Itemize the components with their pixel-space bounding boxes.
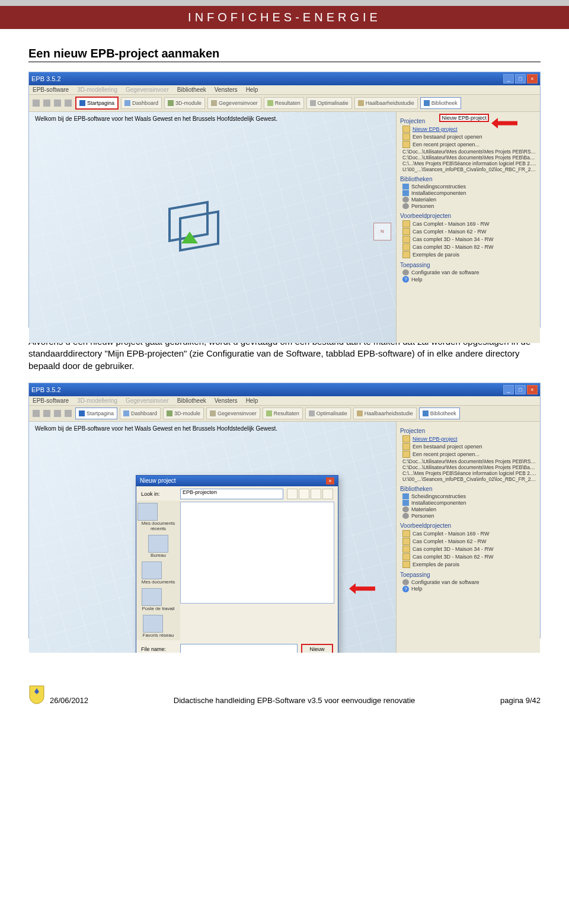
menu-epb-software[interactable]: EPB-software (33, 86, 69, 93)
sidebar-item[interactable]: Cas Complet - Maison 62 - RW (402, 228, 536, 235)
place-item[interactable]: Bureau (148, 535, 168, 558)
undo-icon[interactable] (33, 100, 40, 107)
new-folder-icon[interactable] (299, 489, 309, 499)
sidebar-item-label: Help (411, 586, 423, 592)
toolbar-optimalisatie[interactable]: Optimalisatie (305, 408, 351, 419)
sidebar-item-config[interactable]: Configuratie van de software (402, 270, 536, 275)
app-body: Welkom bij de EPB-software voor het Waal… (29, 112, 540, 343)
new-button[interactable]: Nieuw (301, 644, 333, 653)
filename-input[interactable] (180, 644, 298, 653)
sidebar-item-label: Installatiecomponenten (411, 190, 466, 196)
paste-icon[interactable] (65, 100, 72, 107)
toolbar-resultaten[interactable]: Resultaten (264, 97, 304, 109)
folder-icon (402, 243, 410, 251)
menu-vensters[interactable]: Vensters (215, 86, 238, 93)
toolbar-startpagina[interactable]: Startpagina (75, 97, 119, 110)
window-close-button[interactable]: × (527, 385, 538, 394)
cut-icon[interactable] (54, 100, 61, 107)
sidebar-item[interactable]: Materialen (402, 506, 536, 512)
sidebar-item-config[interactable]: Configuratie van de software (402, 579, 536, 585)
place-label: Mes documents (142, 579, 175, 585)
recent-path[interactable]: U:\00_...\Seances_infoPEB_Civa\info_02\l… (402, 476, 536, 482)
sidebar-item-help[interactable]: ?Help (402, 586, 536, 592)
recent-path[interactable]: C:\Doc...\Utilisateur\Mes documents\Mes … (402, 149, 536, 155)
sidebar-item[interactable]: Cas Complet - Maison 169 - RW (402, 530, 536, 537)
sidebar-item[interactable]: Scheidingsconstructies (402, 184, 536, 190)
menu-bibliotheek[interactable]: Bibliotheek (177, 397, 206, 404)
sidebar-item-nieuw-project[interactable]: Nieuw EPB-project (402, 435, 536, 442)
recent-path[interactable]: U:\00_...\Seances_infoPEB_Civa\info_02\l… (402, 166, 536, 172)
cut-icon[interactable] (54, 410, 61, 417)
sidebar-item[interactable]: Cas complet 3D - Maison 82 - RW (402, 553, 536, 560)
place-item[interactable]: Favoris réseau (143, 615, 174, 638)
redo-icon[interactable] (43, 100, 50, 107)
menu-bibliotheek[interactable]: Bibliotheek (177, 86, 206, 93)
menu-help[interactable]: Help (246, 397, 258, 404)
toolbar-resultaten[interactable]: Resultaten (263, 408, 303, 419)
sidebar-item[interactable]: Cas complet 3D - Maison 34 - RW (402, 546, 536, 553)
toolbar-dashboard[interactable]: Dashboard (121, 97, 162, 109)
sidebar-item[interactable]: Materialen (402, 197, 536, 203)
dialog-close-button[interactable]: × (326, 477, 334, 485)
undo-icon[interactable] (33, 410, 40, 417)
window-maximize-button[interactable]: □ (515, 385, 526, 394)
window-maximize-button[interactable]: □ (515, 74, 526, 84)
place-item[interactable]: Poste de travail (142, 588, 174, 611)
sidebar-item[interactable]: Scheidingsconstructies (402, 493, 536, 499)
sidebar-item[interactable]: Installatiecomponenten (402, 190, 536, 196)
sidebar-item-bestaand-project[interactable]: Een bestaand project openen (402, 443, 536, 450)
window-minimize-button[interactable]: _ (503, 74, 514, 84)
redo-icon[interactable] (43, 410, 50, 417)
view-list-icon[interactable] (311, 489, 321, 499)
recent-path[interactable]: C:\Doc...\Utilisateur\Mes documents\Mes … (402, 155, 536, 161)
sidebar-item-nieuw-project[interactable]: Nieuw EPB-project (402, 126, 536, 133)
sidebar-item[interactable]: Personen (402, 513, 536, 519)
up-folder-icon[interactable] (287, 489, 298, 499)
toolbar-bibliotheek[interactable]: Bibliotheek (419, 408, 460, 419)
toolbar-dashboard[interactable]: Dashboard (120, 408, 161, 419)
lookin-select[interactable]: EPB-projecten (180, 489, 283, 499)
window-minimize-button[interactable]: _ (503, 385, 514, 394)
toolbar-haalbaarheidsstudie[interactable]: Haalbaarheidsstudie (354, 97, 418, 109)
sidebar-group-toepassing: Toepassing (400, 572, 536, 578)
sidebar-item[interactable]: Cas Complet - Maison 169 - RW (402, 220, 536, 227)
sidebar-item-label: Een recent project openen... (413, 142, 480, 147)
sidebar-item[interactable]: Cas complet 3D - Maison 82 - RW (402, 243, 536, 251)
sidebar-item[interactable]: Cas complet 3D - Maison 34 - RW (402, 236, 536, 243)
sidebar-item[interactable]: Cas Complet - Maison 62 - RW (402, 538, 536, 545)
sidebar-item[interactable]: Personen (402, 203, 536, 209)
window-close-button[interactable]: × (527, 74, 538, 84)
toolbar-3d-module[interactable]: 3D-module (164, 97, 205, 109)
results-icon (266, 410, 272, 416)
recent-path[interactable]: C:\...\Mes Projets PEB\Séance informatio… (402, 470, 536, 476)
place-item[interactable]: Mes documents récents (138, 503, 179, 531)
toolbar-gegevensinvoer[interactable]: Gegevensinvoer (207, 97, 261, 109)
sidebar-item[interactable]: Exemples de parois (402, 561, 536, 568)
menu-epb-software[interactable]: EPB-software (33, 397, 69, 404)
sidebar-item[interactable]: Installatiecomponenten (402, 500, 536, 506)
place-label: Mes documents récents (142, 521, 175, 531)
toolbar-optimalisatie[interactable]: Optimalisatie (306, 97, 352, 109)
menu-vensters[interactable]: Vensters (215, 397, 238, 404)
toolbar-3d-module[interactable]: 3D-module (163, 408, 204, 419)
recent-path[interactable]: C:\...\Mes Projets PEB\Séance informatio… (402, 161, 536, 166)
compass-icon: N (373, 223, 391, 240)
place-item[interactable]: Mes documents (142, 562, 175, 585)
toolbar-bibliotheek[interactable]: Bibliotheek (420, 97, 461, 109)
sidebar-item-recent-project[interactable]: Een recent project openen... (402, 451, 536, 458)
toolbar-haalbaarheidsstudie[interactable]: Haalbaarheidsstudie (353, 408, 417, 419)
folder-icon (402, 530, 410, 537)
sidebar-item-help[interactable]: ?Help (402, 276, 536, 283)
paste-icon[interactable] (65, 410, 72, 417)
dialog-file-list[interactable] (180, 502, 334, 604)
menu-help[interactable]: Help (246, 86, 258, 93)
view-details-icon[interactable] (322, 489, 333, 499)
toolbar-startpagina[interactable]: Startpagina (75, 408, 117, 419)
recent-path[interactable]: C:\Doc...\Utilisateur\Mes documents\Mes … (402, 458, 536, 464)
recent-path[interactable]: C:\Doc...\Utilisateur\Mes documents\Mes … (402, 464, 536, 470)
site-title: INFOFICHES-ENERGIE (188, 11, 381, 24)
sidebar-item-bestaand-project[interactable]: Een bestaand project openen (402, 133, 536, 140)
sidebar-item[interactable]: Exemples de parois (402, 251, 536, 258)
sidebar-item-recent-project[interactable]: Een recent project openen... (402, 141, 536, 148)
toolbar-gegevensinvoer[interactable]: Gegevensinvoer (206, 408, 260, 419)
